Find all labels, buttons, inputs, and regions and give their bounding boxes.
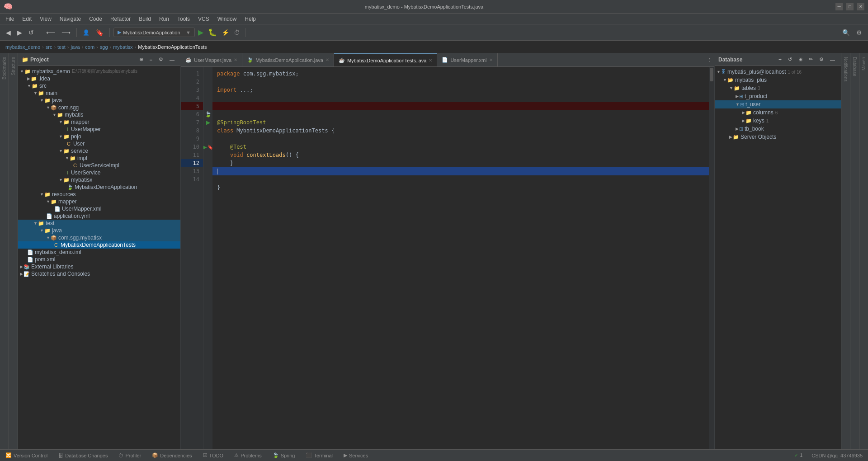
coverage-button[interactable]: ⚡ [220,28,231,38]
minimize-button[interactable]: ─ [835,3,843,10]
breadcrumb-item-com[interactable]: com [85,44,94,50]
tree-item-pom[interactable]: 📄 pom.xml [18,256,180,263]
todo-status[interactable]: ☑ TODO [201,452,226,459]
tree-item-src[interactable]: ▼ 📁 src [18,82,180,89]
breadcrumb-item-java[interactable]: java [71,44,80,50]
tree-item-test-java[interactable]: ▼ 📁 java [18,227,180,234]
project-settings-button[interactable]: ⚙ [156,55,165,64]
profiler-status[interactable]: ⏱ Profiler [117,452,143,459]
run-configuration[interactable]: ▶ MybatisxDemoApplication ▼ [113,28,195,37]
tree-item-test[interactable]: ▼ 📁 test [18,220,180,227]
tab-tests-close[interactable]: ✕ [429,58,432,63]
tab-tests[interactable]: ☕ MybatisxDemoApplicationTests.java ✕ [334,53,437,66]
version-control-status[interactable]: 🔀 Version Control [4,452,49,459]
close-button[interactable]: ✕ [857,3,864,10]
menu-file[interactable]: File [2,15,18,23]
terminal-status[interactable]: ⬛ Terminal [304,452,335,459]
tab-mybatisxdemoapp-close[interactable]: ✕ [326,57,329,62]
tree-item-usermapper[interactable]: I UserMapper [18,126,180,133]
problems-status[interactable]: ⚠ Problems [232,452,263,459]
database-changes-status[interactable]: 🗄 Database Changes [57,452,109,459]
tree-item-userserviceimpl[interactable]: C UserServiceImpl [18,162,180,169]
tab-more-button[interactable]: ⋮ [704,53,714,66]
services-status[interactable]: ▶ Services [342,452,370,459]
db-columns[interactable]: ▶ 📁 columns 6 [715,108,841,117]
breadcrumb-item-sgg[interactable]: sgg [100,44,108,50]
tree-item-mybatisxpkg[interactable]: ▼ 📁 mybatisx [18,176,180,183]
tab-usermapper-close[interactable]: ✕ [234,57,237,62]
db-tables[interactable]: ▼ 📁 tables 3 [715,84,841,92]
vcs-button[interactable]: 👤 [80,28,92,37]
menu-run[interactable]: Run [156,15,173,23]
back-button[interactable]: ◀ [4,28,13,38]
db-side-label[interactable]: Database [851,53,858,80]
notifications-label[interactable]: Notifications [842,53,849,85]
menu-build[interactable]: Build [135,15,155,23]
tree-item-user[interactable]: C User [18,140,180,147]
refresh-button[interactable]: ↺ [26,28,36,38]
project-scope-button[interactable]: ⊕ [137,55,146,64]
tree-item-comsggyml[interactable]: ▼ 📦 com.sgg.mybatisx [18,234,180,241]
undo-button[interactable]: ⟵ [44,28,57,38]
db-view-button[interactable]: ⊞ [796,55,805,64]
tab-usermapper[interactable]: ☕ UserMapper.java ✕ [181,53,242,66]
tree-item-appyml[interactable]: 📄 application.yml [18,212,180,220]
menu-vcs[interactable]: VCS [194,15,213,23]
tree-item-service[interactable]: ▼ 📁 service [18,147,180,155]
project-hide-button[interactable]: — [167,56,177,64]
maximize-button[interactable]: □ [846,3,854,10]
breadcrumb-item-src[interactable]: src [46,44,52,50]
redo-button[interactable]: ⟶ [59,28,73,38]
bookmark-button[interactable]: 🔖 [94,28,106,38]
editor-scrollbar[interactable] [709,67,714,449]
db-t-product[interactable]: ▶ ⊞ t_product [715,92,841,100]
tree-item-tests-selected[interactable]: C MybatisxDemoApplicationTests [18,241,180,249]
tree-item-scratches[interactable]: ▶ 📝 Scratches and Consoles [18,270,180,278]
code-content[interactable]: package com.sgg.mybatisx; import ...; @S… [212,67,709,449]
tree-item-mybatisxdemoapp[interactable]: 🍃 MybatisxDemoApplication [18,183,180,191]
maven-label[interactable]: Maven [860,53,867,74]
structure-label[interactable]: Structure [10,53,17,79]
menu-help[interactable]: Help [241,15,259,23]
menu-window[interactable]: Window [214,15,241,23]
menu-view[interactable]: View [36,15,55,23]
spring-status[interactable]: 🍃 Spring [271,452,297,459]
tree-item-mybatis[interactable]: ▼ 📁 mybatis [18,111,180,118]
tree-item-comsgg[interactable]: ▼ 📦 com.sgg [18,104,180,111]
db-connection[interactable]: ▼ 🗄 mybatis_plus@localhost 1 of 16 [715,68,841,76]
search-everywhere-button[interactable]: 🔍 [840,28,852,38]
debug-button[interactable]: 🐛 [207,27,218,38]
tab-usermapperxml[interactable]: 📄 UserMapper.xml ✕ [437,53,497,66]
tree-item-java[interactable]: ▼ 📁 java [18,97,180,104]
breadcrumb-item-project[interactable]: mybatisx_demo [5,44,40,50]
menu-edit[interactable]: Edit [19,15,35,23]
tree-item-pojo[interactable]: ▼ 📁 pojo [18,133,180,140]
forward-button[interactable]: ▶ [15,28,24,38]
bookmarks-label[interactable]: Bookmarks [1,53,8,83]
tree-item-impl[interactable]: ▼ 📁 impl [18,155,180,162]
tree-item-userservice[interactable]: I UserService [18,169,180,176]
db-hide-button[interactable]: — [828,56,837,64]
tree-item-mapper-res[interactable]: ▼ 📁 mapper [18,198,180,205]
profile-button[interactable]: ⏱ [232,28,241,38]
settings-button[interactable]: ⚙ [854,28,864,38]
tree-item-iml[interactable]: 📄 mybatisx_demo.iml [18,249,180,256]
db-schema[interactable]: ▼ 📂 mybatis_plus [715,76,841,84]
tree-item-main[interactable]: ▼ 📁 main [18,89,180,97]
breadcrumb-item-file[interactable]: MybatisxDemoApplicationTests [138,44,207,50]
db-edit-button[interactable]: ✏ [807,55,815,64]
db-tb-book[interactable]: ▶ ⊞ tb_book [715,125,841,133]
db-server-objects[interactable]: ▶ 📁 Server Objects [715,133,841,141]
tree-item-external-libs[interactable]: ▶ 📚 External Libraries [18,263,180,270]
project-expand-button[interactable]: ≡ [147,56,155,64]
breadcrumb-item-mybatisx[interactable]: mybatisx [113,44,132,50]
run-button[interactable]: ▶ [197,27,205,38]
menu-navigate[interactable]: Navigate [56,15,85,23]
tree-item-mapper[interactable]: ▼ 📁 mapper [18,118,180,126]
tab-mybatisxdemoapp[interactable]: 🍃 MybatisxDemoApplication.java ✕ [242,53,334,66]
dependencies-status[interactable]: 📦 Dependencies [150,452,193,459]
tab-usermapperxml-close[interactable]: ✕ [489,57,493,62]
menu-refactor[interactable]: Refactor [107,15,134,23]
db-keys[interactable]: ▶ 📁 keys 1 [715,117,841,125]
menu-tools[interactable]: Tools [174,15,193,23]
